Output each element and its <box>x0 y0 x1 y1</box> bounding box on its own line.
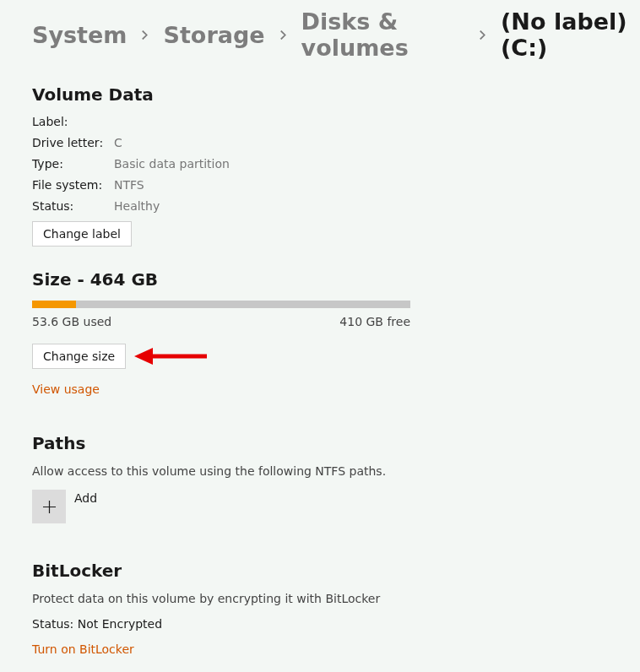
storage-usage-fill <box>32 301 76 308</box>
paths-title: Paths <box>32 433 640 453</box>
row-drive-letter-value: C <box>114 137 122 149</box>
chevron-right-icon <box>140 30 149 40</box>
row-type: Type:Basic data partition <box>32 158 640 170</box>
row-drive-letter: Drive letter:C <box>32 137 640 149</box>
bitlocker-status: Status: Not Encrypted <box>32 617 640 631</box>
plus-icon <box>42 500 57 514</box>
chevron-right-icon <box>279 30 288 40</box>
storage-free-text: 410 GB free <box>339 315 410 328</box>
size-title: Size - 464 GB <box>32 269 640 290</box>
chevron-right-icon <box>478 30 487 40</box>
add-path-label: Add <box>74 490 97 505</box>
storage-used-text: 53.6 GB used <box>32 315 111 328</box>
turn-on-bitlocker-link[interactable]: Turn on BitLocker <box>32 642 134 656</box>
volume-data-title: Volume Data <box>32 84 640 105</box>
breadcrumb-current: (No label) (C:) <box>501 8 640 61</box>
row-type-value: Basic data partition <box>114 158 230 170</box>
annotation-arrow-icon <box>134 345 209 367</box>
add-path-button[interactable] <box>32 490 66 523</box>
row-label-key: Label: <box>32 116 114 127</box>
row-status-key: Status: <box>32 200 114 212</box>
row-drive-letter-key: Drive letter: <box>32 137 114 149</box>
bitlocker-title: BitLocker <box>32 561 640 581</box>
change-label-button[interactable]: Change label <box>32 221 132 247</box>
row-status: Status:Healthy <box>32 200 640 212</box>
row-type-key: Type: <box>32 158 114 170</box>
view-usage-link[interactable]: View usage <box>32 382 100 396</box>
breadcrumb-item-system[interactable]: System <box>32 22 127 48</box>
row-label: Label: <box>32 116 640 127</box>
change-size-button[interactable]: Change size <box>32 344 126 369</box>
breadcrumb-item-disks-volumes[interactable]: Disks & volumes <box>301 8 464 61</box>
row-file-system-value: NTFS <box>114 179 144 191</box>
storage-usage-labels: 53.6 GB used 410 GB free <box>32 315 410 328</box>
row-status-value: Healthy <box>114 200 160 212</box>
bitlocker-description: Protect data on this volume by encryptin… <box>32 592 640 605</box>
row-file-system-key: File system: <box>32 179 114 191</box>
breadcrumb-item-storage[interactable]: Storage <box>163 22 264 48</box>
row-file-system: File system:NTFS <box>32 179 640 191</box>
storage-usage-bar <box>32 301 410 308</box>
paths-description: Allow access to this volume using the fo… <box>32 464 640 478</box>
breadcrumb: System Storage Disks & volumes (No label… <box>32 0 640 76</box>
